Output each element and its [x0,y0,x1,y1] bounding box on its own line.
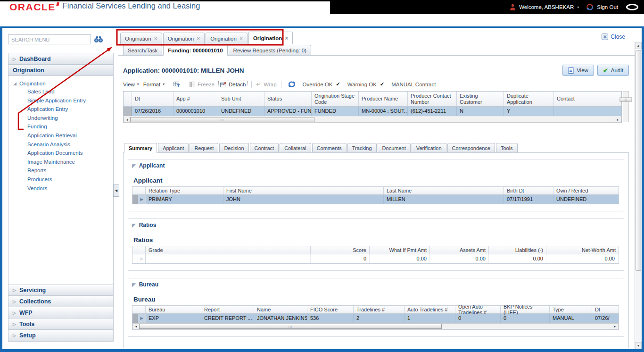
scroll-up-icon[interactable]: ▲ [635,42,642,49]
ratios-col-grade[interactable]: Grade [146,246,311,254]
applicant-col-first-name[interactable]: First Name [223,187,384,194]
close-button[interactable]: ✕ Close [602,34,625,40]
bureau-row[interactable]: ▶ EXP CREDIT REPORT ... JONATHAN JENKINS… [132,314,619,323]
sidebar-item-application-documents[interactable]: Application Documents [13,149,113,158]
grid-col-status[interactable]: Status [264,92,312,106]
ratios-col-what-if-pmt-amt[interactable]: What If Pmt Amt [370,246,430,254]
bureau-col-tradelines[interactable]: Tradelines # [354,306,405,313]
summary-tab-correspondence[interactable]: Correspondence [447,143,495,152]
tree-root-origination[interactable]: ◢ Origination [13,80,113,87]
sidebar-item-sales-lead[interactable]: Sales Lead [13,87,113,96]
application-grid-row[interactable]: 07/26/2016 0000001010 UNDEFINED APPROVED… [124,107,621,116]
bureau-hscroll-thumb[interactable]: ||| [139,324,442,329]
row-selector[interactable] [124,107,132,116]
sidebar-item-underwriting[interactable]: Underwriting [13,114,113,123]
bureau-col-type[interactable]: Type [550,306,592,313]
vscroll-thumb[interactable] [636,50,641,271]
tab-review-requests[interactable]: Review Requests (Pending: 0) [229,45,311,55]
window-tab-origination-1[interactable]: Origination × [120,33,162,44]
close-tab-icon[interactable]: × [197,35,200,42]
sidebar-item-simple-application-entry[interactable]: Simple Application Entry [13,96,113,105]
applicant-row[interactable]: ▶ PRIMARY JOHN MILLEN 07/17/1991 UNDEFIN… [132,195,619,204]
row-arrow-icon[interactable]: ▶ [138,195,146,204]
applicant-col-own-rented[interactable]: Own / Rented [553,187,619,194]
close-tab-icon[interactable]: × [239,35,243,42]
scroll-right-icon[interactable]: ► [612,324,618,329]
row-arrow-icon[interactable]: ▶ [138,314,146,323]
row-arrow-icon[interactable]: ▷ [138,254,146,263]
query-by-example-icon[interactable] [173,81,181,88]
applicant-section-header[interactable]: ◤ Applicant [132,162,619,169]
sidebar-section-wfp[interactable]: ▷ WFP [8,307,113,318]
sidebar-item-image-maintenance[interactable]: Image Maintenance [13,158,113,167]
toolbar-format-menu[interactable]: Format ▾ [143,82,165,87]
summary-tab-collateral[interactable]: Collateral [280,143,311,152]
scroll-left-icon[interactable]: ◄ [124,117,130,122]
row-selector[interactable] [132,195,138,204]
summary-tab-request[interactable]: Request [190,143,218,152]
grid-vscroll-thumb[interactable]: ||| [620,98,632,102]
sidebar-item-application-retrieval[interactable]: Application Retrieval [13,131,113,140]
warning-ok-field[interactable]: Warning OK ✔ [347,81,384,87]
applicant-col-last-name[interactable]: Last Name [384,187,504,194]
grid-col-origination-stage-code[interactable]: Origination Stage Code [312,92,359,106]
window-tab-origination-4[interactable]: Origination × [248,32,293,44]
summary-tab-tracking[interactable]: Tracking [347,143,377,152]
scroll-left-icon[interactable]: ◄ [133,324,139,329]
bureau-col-report[interactable]: Report [201,306,254,313]
window-tab-origination-3[interactable]: Origination × [206,33,248,44]
toolbar-view-menu[interactable]: View ▾ [123,82,139,87]
grid-col-producer-contact-number[interactable]: Producer Contact Number [408,92,457,106]
cell-producer-name-link[interactable]: MN-00004 : SOUT... [359,107,408,116]
summary-tab-tools[interactable]: Tools [496,143,518,152]
sidebar-item-producers[interactable]: Producers [13,175,113,184]
grid-vertical-scrollbar[interactable]: ||| [623,91,629,122]
tab-funding[interactable]: Funding: 0000001010 [163,45,227,56]
bureau-col-fico-score[interactable]: FICO Score [307,306,354,313]
welcome-caret-icon[interactable]: ▾ [577,5,579,9]
sidebar-item-reports[interactable]: Reports [13,166,113,175]
grid-col-dt[interactable]: Dt [132,92,173,106]
sidebar-section-tools[interactable]: ▷ Tools [8,318,113,330]
sidebar-section-dashboard[interactable]: ▷ DashBoard [8,53,113,65]
summary-tab-contract[interactable]: Contract [250,143,279,152]
summary-tab-summary[interactable]: Summary [124,143,157,153]
grid-col-duplicate-application[interactable]: Duplicate Application [504,92,554,106]
sidebar-item-funding[interactable]: Funding [13,122,113,131]
ratios-col-assets-amt[interactable]: Assets Amt [430,246,489,254]
window-tab-origination-2[interactable]: Origination × [163,33,205,44]
bureau-horizontal-scrollbar[interactable]: ◄ ||| ► [132,323,619,329]
grid-col-producer-name[interactable]: Producer Name [359,92,408,106]
sidebar-section-collections[interactable]: ▷ Collections [8,296,113,307]
bureau-col-open-auto-tradelines[interactable]: Open Auto Tradelines # [455,306,501,313]
content-vertical-scrollbar[interactable]: ▲ ▼ [635,42,642,349]
summary-tab-document[interactable]: Document [378,143,411,152]
applicant-col-birth-dt[interactable]: Birth Dt [504,187,553,194]
summary-tab-decision[interactable]: Decision [219,143,248,152]
close-tab-icon[interactable]: × [154,35,157,42]
override-ok-field[interactable]: Override OK ✔ [303,81,340,87]
search-menu-input[interactable] [8,34,91,44]
view-button[interactable]: View [562,65,594,76]
close-tab-icon[interactable]: × [285,35,288,42]
sidebar-section-origination[interactable]: Origination [8,65,113,76]
sign-out-link[interactable]: Sign Out [597,4,618,10]
row-selector[interactable] [132,314,138,323]
ratios-col-net-worth-amt[interactable]: Net-Worth Amt [546,246,619,254]
grid-col-sub-unit[interactable]: Sub Unit [218,92,264,106]
scroll-right-icon[interactable]: ► [615,117,621,122]
welcome-user-menu[interactable]: Welcome, ABSHEKAR [519,4,574,10]
bureau-col-auto-tradelines[interactable]: Auto Tradelines # [405,306,455,313]
bureau-col-bkp-notices[interactable]: BKP Notices (LIFE) [501,306,550,313]
sidebar-section-setup[interactable]: ▷ Setup [8,330,113,341]
bureau-col-dt[interactable]: Dt [592,306,619,313]
summary-tab-applicant[interactable]: Applicant [158,143,189,152]
summary-tab-comments[interactable]: Comments [312,143,347,152]
tab-search-task[interactable]: Search/Task [123,45,162,55]
row-selector[interactable] [132,254,138,263]
grid-col-existing-customer[interactable]: Existing Customer [457,92,504,106]
binoculars-search-icon[interactable] [93,36,104,43]
detach-button[interactable]: Detach [219,81,247,88]
ratios-col-liabilities[interactable]: Liabilities (-) [489,246,546,254]
audit-button[interactable]: ✔ Audit [597,65,629,76]
